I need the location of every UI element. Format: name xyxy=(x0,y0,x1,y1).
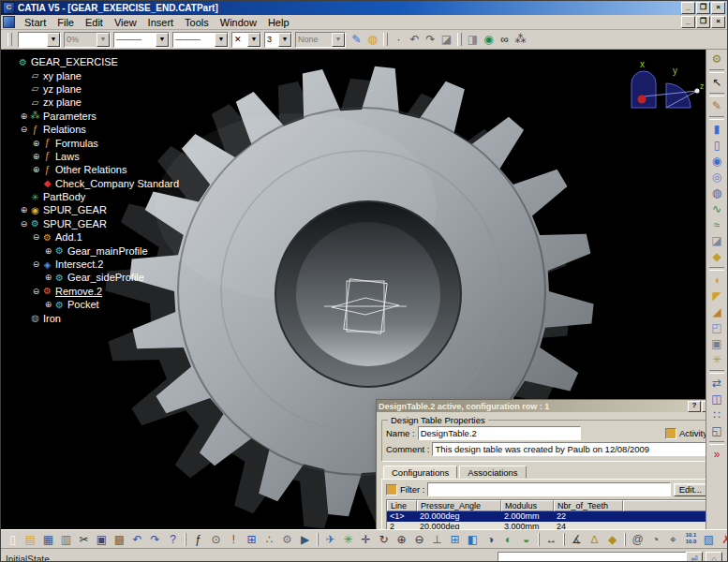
filter-checkbox[interactable] xyxy=(386,484,397,495)
cut-icon[interactable]: ✂ xyxy=(75,532,93,547)
tree-item-spur-gear[interactable]: ⊕◉SPUR_GEAR xyxy=(19,203,179,216)
fly-mode-icon[interactable]: ✈ xyxy=(321,532,339,547)
new-document-icon[interactable]: ▯ xyxy=(4,532,22,547)
copy-icon[interactable]: ▣ xyxy=(93,532,111,547)
thread-icon[interactable]: ✳ xyxy=(708,352,725,368)
tree-item-formulas[interactable]: ⊕ƒFormulas xyxy=(31,136,179,149)
menu-window[interactable]: Window xyxy=(215,16,262,29)
tree-expander-icon[interactable]: ⊖ xyxy=(19,219,29,229)
tree-expander-icon[interactable]: ⊕ xyxy=(43,246,53,256)
chevron-down-icon[interactable]: ▼ xyxy=(332,33,345,47)
tree-expander-icon[interactable]: ⊕ xyxy=(43,273,53,282)
name-input[interactable] xyxy=(418,426,581,440)
scale-icon[interactable]: ◱ xyxy=(708,423,725,439)
wizard-icon[interactable]: ◍ xyxy=(364,32,380,47)
rib-icon[interactable]: ∿ xyxy=(708,201,725,217)
minimize-button[interactable]: _ xyxy=(681,2,695,14)
fill-color-combo[interactable]: ▼ xyxy=(18,32,61,48)
groove-icon[interactable]: ◎ xyxy=(708,170,725,185)
whats-this-icon[interactable]: ? xyxy=(164,532,182,547)
tree-item-relations[interactable]: ⊖ƒRelations xyxy=(19,123,179,136)
measure-between-icon[interactable]: ↔ xyxy=(542,532,560,547)
compass[interactable]: x y z xyxy=(615,55,704,125)
menu-edit[interactable]: Edit xyxy=(80,16,109,29)
menu-help[interactable]: Help xyxy=(262,16,295,29)
settings-gear-icon[interactable]: ⚙ xyxy=(708,52,725,67)
tree-item-gear-exercise[interactable]: ⚙GEAR_EXERCISE xyxy=(7,55,179,68)
table-row[interactable]: <1>20.000deg2.000mm22 xyxy=(387,511,706,522)
menu-tools[interactable]: Tools xyxy=(179,16,215,29)
normal-view-icon[interactable]: ⊥ xyxy=(428,532,446,547)
column-header-modulus[interactable]: Modulus xyxy=(501,500,554,511)
fillet-icon[interactable]: ◖ xyxy=(708,273,725,288)
tree-item-zx-plane[interactable]: ▱zx plane xyxy=(19,96,179,109)
comment-icon[interactable]: ⊙ xyxy=(207,532,225,547)
column-header-pressure_angle[interactable]: Pressure_Angle xyxy=(417,500,501,511)
mirror-icon[interactable]: ◫ xyxy=(708,392,725,407)
tree-expander-icon[interactable]: ⊖ xyxy=(19,125,29,134)
tree-item-spur-gear[interactable]: ⊖⚙SPUR_GEAR xyxy=(19,217,179,230)
snap-grid-icon[interactable]: 10.1 10.0 xyxy=(682,532,700,547)
tree-item-partbody[interactable]: ✳PartBody xyxy=(19,190,179,203)
tree-expander-icon[interactable]: ⊕ xyxy=(19,111,29,121)
painter-icon[interactable]: ✎ xyxy=(349,32,364,47)
tree-item-yz-plane[interactable]: ▱yz plane xyxy=(19,82,179,96)
cube-tool-icon[interactable]: ▧ xyxy=(700,532,718,547)
open-icon[interactable]: ▤ xyxy=(22,532,39,547)
multi-view-icon[interactable]: ⊞ xyxy=(446,532,464,547)
configurations-table[interactable]: LinePressure_AngleModulusNbr_of_Teeth<1>… xyxy=(386,499,706,529)
swap-space-icon[interactable]: ◒ xyxy=(517,532,535,547)
filter-input[interactable] xyxy=(427,482,670,496)
chevron-down-icon[interactable]: ▼ xyxy=(278,33,291,47)
menu-view[interactable]: View xyxy=(109,16,142,29)
iso-view-icon[interactable]: ◧ xyxy=(464,532,482,547)
fit-all-in-icon[interactable]: ✳ xyxy=(339,532,357,547)
transformation-icon[interactable]: ⇄ xyxy=(708,376,725,392)
formula-icon[interactable]: ƒ xyxy=(189,532,207,547)
axis-tool-icon[interactable]: ⌖ xyxy=(664,532,682,547)
tree-item-other-relations[interactable]: ⊕ƒOther Relations xyxy=(31,163,179,176)
chevron-down-icon[interactable]: ▼ xyxy=(47,33,60,47)
pad-icon[interactable]: ▮ xyxy=(708,122,725,138)
hole-icon[interactable]: ◍ xyxy=(708,185,725,201)
tree-expander-icon[interactable]: ⊕ xyxy=(31,165,41,174)
stiffener-icon[interactable]: ◪ xyxy=(708,233,725,249)
chevron-down-icon[interactable]: ▼ xyxy=(156,33,169,47)
tree-expander-icon[interactable]: ⊖ xyxy=(31,259,41,269)
paste-icon[interactable]: ▩ xyxy=(111,532,128,547)
transparency-combo[interactable]: 0% ▼ xyxy=(64,32,111,48)
pan-icon[interactable]: ✛ xyxy=(357,532,375,547)
chevron-down-icon[interactable]: ▼ xyxy=(97,33,110,47)
edit-filter-button[interactable]: Edit... xyxy=(674,483,706,496)
tab-configurations[interactable]: Configurations xyxy=(383,466,457,479)
zoom-out-icon[interactable]: ⊖ xyxy=(410,532,428,547)
zoom-in-icon[interactable]: ⊕ xyxy=(393,532,410,547)
molecule-icon[interactable]: ⁂ xyxy=(513,32,528,47)
tree-expander-icon[interactable]: ⊕ xyxy=(31,152,41,161)
tree-item-remove-2[interactable]: ⊖⚙Remove.2 xyxy=(31,285,179,298)
point-icon[interactable]: · xyxy=(391,32,407,47)
check-analysis-icon[interactable]: ! xyxy=(225,532,243,547)
slot-icon[interactable]: ≈ xyxy=(708,217,725,233)
tree-item-intersect-2[interactable]: ⊖◈Intersect.2 xyxy=(31,258,179,271)
layer-combo[interactable]: None ▼ xyxy=(295,32,346,48)
design-table-icon[interactable]: ⊞ xyxy=(243,532,260,547)
3d-viewport[interactable]: ⚙GEAR_EXERCISE▱xy plane▱yz plane▱zx plan… xyxy=(1,50,706,529)
menu-start[interactable]: Start xyxy=(19,16,52,29)
doc-minimize-button[interactable]: _ xyxy=(681,16,695,28)
tree-expander-icon[interactable]: ⊕ xyxy=(43,300,53,309)
compass-handle[interactable] xyxy=(638,96,646,104)
point-symbol-combo[interactable]: ✕ ▼ xyxy=(231,32,261,48)
lock-icon[interactable]: ⚙ xyxy=(278,532,296,547)
mass-icon[interactable]: ◆ xyxy=(603,532,621,547)
tree-expander-icon[interactable]: ⊖ xyxy=(31,232,41,242)
line-type-combo[interactable]: ——— ▼ xyxy=(113,32,170,48)
measure-item-icon[interactable]: ∡ xyxy=(568,532,586,547)
document-icon[interactable] xyxy=(3,16,15,28)
globe-icon[interactable]: ◉ xyxy=(481,32,497,47)
chevron-down-icon[interactable]: ▼ xyxy=(247,33,260,47)
toolbar-grip[interactable] xyxy=(7,33,12,46)
dialog-help-button[interactable]: ? xyxy=(688,401,701,412)
sketcher-icon[interactable]: ✎ xyxy=(708,98,725,114)
power-input-button[interactable]: ⏎ xyxy=(686,552,703,562)
